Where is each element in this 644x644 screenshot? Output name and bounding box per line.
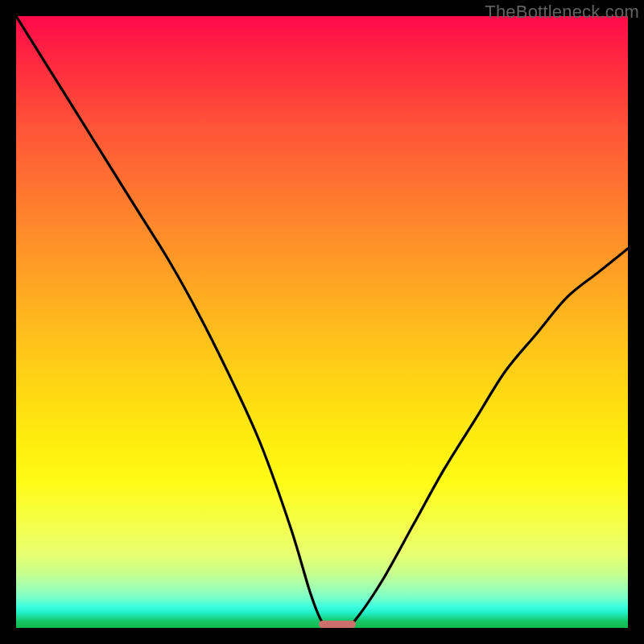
minimum-marker xyxy=(319,621,356,628)
curve-path xyxy=(16,16,628,628)
bottleneck-curve xyxy=(16,16,628,628)
plot-area xyxy=(16,16,628,628)
chart-container: TheBottleneck.com xyxy=(0,0,644,644)
watermark-text: TheBottleneck.com xyxy=(485,2,639,23)
